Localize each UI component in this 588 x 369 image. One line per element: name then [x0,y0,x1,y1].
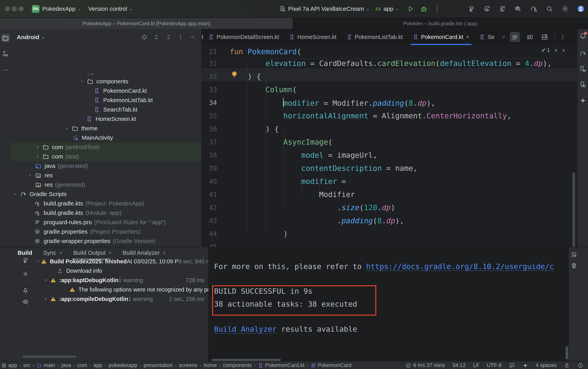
status-caret-position[interactable]: 34:12 [452,362,466,369]
build-tree-row[interactable]: The following options were not recognize… [34,285,208,294]
version-control-menu[interactable]: Version control⌄ [88,0,133,18]
tab-overflow-remnant[interactable]: t [202,34,203,40]
tree-chevron-icon[interactable] [43,297,50,301]
build-tree-row[interactable]: :app:kaptDebugKotlin 1 warning728 ms [34,276,208,285]
debug-button[interactable] [420,0,428,18]
close-tab-icon[interactable]: × [59,250,62,256]
console-link[interactable]: Build Analyzer [214,325,277,333]
console-link[interactable]: https://docs.gradle.org/8.10.2/userguide… [366,262,554,271]
tool-stripe-project[interactable] [1,34,10,42]
code-line-38[interactable]: 38 model = imageUrl, [201,148,577,162]
tree-item-res[interactable]: res(generated) [11,180,201,189]
view-options-icon[interactable] [22,298,29,305]
editor-tab-pokemonlisttab-kt[interactable]: PokemonListTab.kt [342,29,408,45]
status-encoding[interactable]: UTF-8 [487,362,502,369]
split-view-button[interactable] [525,32,535,42]
tree-item-proguard-rules-pro[interactable]: proguard-rules.pro(ProGuard Rules for ":… [11,217,201,227]
tree-item-res[interactable]: res [11,171,201,180]
scroll-to-end-icon[interactable] [570,251,578,258]
project-view-selector[interactable]: Android⌄ [17,34,45,41]
breadcrumb-pokedexapp[interactable]: pokedexapp [108,362,137,369]
editor-scrollbar[interactable] [572,172,575,247]
macos-minimize-button[interactable] [12,6,17,11]
code-line-35[interactable]: 35 horizontalAlignment = Alignment.Cente… [201,109,577,122]
status-error-widget[interactable] [578,363,583,369]
tool-stripe-notifications[interactable] [579,32,587,40]
expand-icon[interactable] [153,34,159,40]
close-tab-icon[interactable]: × [466,34,469,40]
build-hammer-icon[interactable] [468,5,475,12]
sync-alphabet-icon[interactable] [483,5,491,12]
kebab-icon[interactable] [177,34,184,40]
run-button[interactable] [407,0,414,18]
prev-problem-icon[interactable]: ∧ [554,48,558,53]
breadcrumb-java[interactable]: java [61,362,71,369]
code-line-36[interactable]: 36 ) { [201,122,577,135]
code-line-40[interactable]: 40 modifier = [201,175,577,188]
status-gemini-status[interactable] [522,363,528,369]
code-line-32[interactable]: 32 ) { [201,70,577,83]
run-configuration[interactable]: app⌄ [374,0,399,18]
search-icon[interactable] [546,5,553,12]
rerun-build-icon[interactable] [22,257,29,264]
code-line-33[interactable]: 33 Column( [201,83,577,96]
tree-item-java[interactable]: java(generated) [11,161,201,171]
build-output-hscrollbar[interactable] [211,359,281,361]
tool-stripe-device-manager[interactable] [579,65,587,73]
breadcrumb-components[interactable]: components [223,362,252,369]
close-tab-icon[interactable]: × [109,250,112,256]
sticky-header-line[interactable]: 21fun PokemonCard( [201,45,577,59]
code-area[interactable]: 31 elevation = CardDefaults.cardElevatio… [201,57,577,247]
breadcrumb-main[interactable]: main [37,362,55,369]
build-tree-hscrollbar[interactable] [22,356,76,358]
tool-stripe-running-devices[interactable] [579,80,587,89]
intention-bulb-icon[interactable] [230,71,238,79]
build-output-console[interactable]: For more on this, please refer to https:… [208,247,569,361]
tree-chevron-icon[interactable] [13,191,20,197]
gradle-sync-icon[interactable] [530,5,538,12]
tree-chevron-icon[interactable] [43,278,50,283]
tree-item-pokemonlisttab-kt[interactable]: PokemonListTab.kt [11,95,201,105]
tree-item-com[interactable]: com(androidTest) [11,143,201,152]
clear-all-icon[interactable] [570,262,578,269]
status-line-separator[interactable]: LF [473,362,479,369]
window-tab-inactive[interactable]: Pokedex – build.gradle.kts (:app) [293,18,588,29]
breadcrumb-com[interactable]: com [77,362,87,369]
status-inspections-widget[interactable] [509,363,515,369]
code-line-39[interactable]: 39 contentDescription = name, [201,162,577,175]
tool-stripe-gemini[interactable] [579,96,587,105]
breadcrumb-presentation[interactable]: presentation [144,362,173,369]
macos-zoom-button[interactable] [19,6,24,11]
tree-item-gradle-scripts[interactable]: Gradle Scripts [11,189,201,199]
tool-stripe-gradle[interactable] [579,49,587,58]
breadcrumb-screens[interactable]: screens [179,362,197,369]
tree-chevron-icon[interactable] [35,154,43,159]
tree-item-searchtab-kt[interactable]: SearchTab.kt [11,105,201,114]
build-output-vscrollbar[interactable] [566,346,568,359]
tree-item-theme[interactable]: theme [11,124,201,133]
breadcrumb-app[interactable]: app [93,362,102,369]
more-run-options[interactable] [434,0,441,18]
hide-icon[interactable] [190,34,196,40]
locate-icon[interactable] [141,34,147,40]
editor-options-kebab-icon[interactable] [559,34,566,40]
tree-item-com[interactable]: com(test) [11,152,201,161]
code-line-21[interactable]: 21fun PokemonCard( [201,45,577,58]
editor-tab-pokemoncard-kt[interactable]: PokemonCard.kt× [408,29,474,45]
status-build-time[interactable]: 6 hrs 37 mins [405,362,445,369]
code-view-button[interactable] [510,32,520,42]
tree-item-build-gradle-kts[interactable]: build.gradle.kts(Module :app) [11,208,201,217]
breadcrumb-app[interactable]: app [1,362,17,369]
editor-tab-pokemondetailscreen-kt[interactable]: PokemonDetailScreen.kt [203,29,284,45]
tree-chevron-icon[interactable] [36,259,41,264]
tree-item-gradle-properties[interactable]: gradle.properties(Project Properties) [11,227,201,236]
tree-item-components[interactable]: components [11,77,201,86]
code-line-43[interactable]: 43 .padding(8.dp), [201,214,577,227]
window-tab-active[interactable]: PokedexApp – PokemonCard.kt [PokedexApp.… [0,18,293,29]
build-tree-row[interactable]: :app:compileDebugKotlin 1 warning2 sec, … [34,294,208,304]
code-line-37[interactable]: 37 AsyncImage( [201,135,577,148]
tab-list-chevron-icon[interactable] [501,34,507,40]
code-line-31[interactable]: 31 elevation = CardDefaults.cardElevatio… [201,57,577,70]
editor-tab-homescreen-kt[interactable]: HomeScreen.kt [284,29,342,45]
code-line-34[interactable]: 34 modifier = Modifier.padding(8.dp), [201,96,577,109]
